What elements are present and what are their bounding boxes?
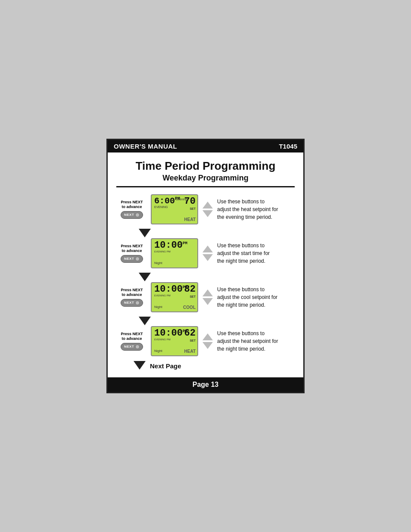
press-next-label-1: Press NEXTto advance [121, 200, 143, 209]
step-left-3: Press NEXTto advance NEXT [116, 288, 147, 307]
next-button-3[interactable]: NEXT [121, 299, 143, 307]
arrow-separator-3 [116, 317, 295, 325]
next-btn-text-3: NEXT [124, 301, 134, 305]
arrows-col-3 [202, 289, 214, 305]
footer-bar: Page 13 [108, 377, 303, 392]
sub-title: Weekday Programming [116, 174, 295, 187]
next-btn-circle-1 [135, 213, 140, 217]
content-area: Time Period Programming Weekday Programm… [108, 152, 303, 377]
thermo-number-1: 70 [184, 197, 196, 206]
thermo-cool-label-3: COOL [183, 305, 196, 310]
step-left-4: Press NEXTto advance NEXT [116, 332, 147, 351]
footer-label: Page 13 [193, 381, 218, 388]
description-3: Use these buttons to adjust the cool set… [217, 286, 295, 309]
page-wrapper: OWNER'S MANUAL T1045 Time Period Program… [0, 0, 411, 532]
next-page-row: Next Page [116, 361, 295, 370]
thermo-number-3: 82 [184, 285, 196, 294]
header-bar: OWNER'S MANUAL T1045 [108, 140, 303, 152]
arrows-col-1 [202, 202, 214, 217]
step-row-1: Press NEXTto advance NEXT 6:00PM EVENING… [116, 194, 295, 224]
thermo-time-2: 10:00PM [154, 241, 195, 250]
manual-card: OWNER'S MANUAL T1045 Time Period Program… [106, 139, 305, 393]
next-button-1[interactable]: NEXT [121, 211, 143, 219]
arrows-col-4 [202, 333, 214, 349]
down-arrow-2 [139, 273, 151, 281]
thermo-mode-label-3: Night [154, 305, 162, 309]
press-next-label-3: Press NEXTto advance [121, 288, 143, 297]
main-title: Time Period Programming [116, 159, 295, 173]
thermo-number-4: 62 [184, 329, 196, 338]
arrow-up-3[interactable] [202, 289, 213, 296]
header-title: OWNER'S MANUAL [114, 143, 177, 150]
thermo-mode-label-2: Night [154, 261, 162, 265]
step-row-3: Press NEXTto advance NEXT 10:00PM EVENIN… [116, 282, 295, 312]
header-model: T1045 [279, 143, 297, 150]
down-arrow-1 [139, 229, 151, 237]
thermo-set-label-4: SET [190, 339, 196, 342]
next-button-4[interactable]: NEXT [121, 343, 143, 351]
next-btn-circle-2 [135, 257, 140, 261]
step-left-2: Press NEXTto advance NEXT [116, 244, 147, 263]
thermo-heat-label-4: HEAT [184, 349, 196, 354]
press-next-label-4: Press NEXTto advance [121, 332, 143, 341]
next-page-text: Next Page [150, 362, 181, 370]
press-next-label-2: Press NEXTto advance [121, 244, 143, 253]
thermo-mode-label-4: Night [154, 349, 162, 353]
arrow-down-2[interactable] [202, 254, 213, 261]
thermostat-display-4: 10:00PM EVENING PM 62 SET Night HEAT [151, 326, 198, 356]
arrow-down-3[interactable] [202, 298, 213, 305]
arrows-col-2 [202, 246, 214, 261]
arrow-separator-1 [116, 229, 295, 237]
down-arrow-3 [139, 317, 151, 325]
description-2: Use these buttons to adjust the start ti… [217, 242, 295, 265]
thermo-heat-label-1: HEAT [184, 217, 196, 222]
step-row-4: Press NEXTto advance NEXT 10:00PM EVENIN… [116, 326, 295, 356]
thermostat-display-3: 10:00PM EVENING PM 82 SET Night COOL [151, 282, 198, 312]
step-row-2: Press NEXTto advance NEXT 10:00PM EVENIN… [116, 238, 295, 268]
down-arrow-4 [134, 361, 146, 370]
thermostat-display-2: 10:00PM EVENING PM Night [151, 238, 198, 268]
arrow-down-1[interactable] [202, 210, 213, 217]
arrow-separator-2 [116, 273, 295, 281]
next-btn-circle-3 [135, 301, 140, 305]
arrow-down-4[interactable] [202, 342, 213, 349]
thermostat-display-1: 6:00PM EVENING Evening 70 SET HEAT [151, 194, 198, 224]
thermo-set-label-1: SET [190, 207, 196, 210]
arrow-up-4[interactable] [202, 333, 213, 340]
thermo-set-label-3: SET [190, 295, 196, 298]
description-1: Use these buttons to adjust the heat set… [217, 198, 295, 221]
next-btn-text-1: NEXT [124, 213, 134, 217]
arrow-up-1[interactable] [202, 202, 213, 208]
next-button-2[interactable]: NEXT [121, 255, 143, 263]
arrow-up-2[interactable] [202, 246, 213, 252]
next-btn-circle-4 [135, 345, 140, 349]
step-left-1: Press NEXTto advance NEXT [116, 200, 147, 219]
next-btn-text-2: NEXT [124, 257, 134, 261]
description-4: Use these buttons to adjust the heat set… [217, 330, 295, 353]
next-btn-text-4: NEXT [124, 345, 134, 348]
